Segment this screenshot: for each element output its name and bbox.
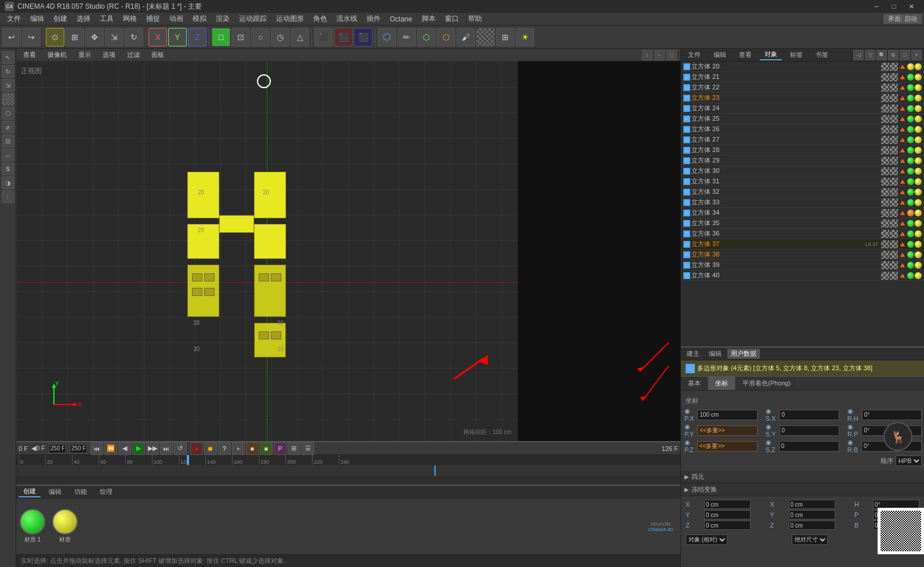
menu-mograph[interactable]: 运动图形 [271, 13, 309, 25]
vp-ctrl-1[interactable]: ↕ [642, 50, 653, 60]
mat-tab-edit[interactable]: 编辑 [44, 487, 66, 497]
cs2-sz-input[interactable] [789, 521, 835, 530]
menu-select[interactable]: 选择 [72, 13, 95, 25]
obj-row-31[interactable]: □ 立方体 31 [681, 176, 924, 187]
sz-input[interactable] [779, 441, 839, 452]
menu-create[interactable]: 创建 [49, 13, 72, 25]
panel-ctrl-search[interactable]: 🔍 [876, 50, 887, 60]
section-frozen[interactable]: ▶ 冻结变换 [681, 483, 924, 496]
redo-button[interactable]: ↪ [22, 28, 41, 46]
obj-row-24[interactable]: □ 立方体 24 [681, 103, 924, 114]
menu-edit[interactable]: 编辑 [26, 13, 49, 25]
frame-end-input[interactable] [49, 444, 66, 453]
coord-mode-select[interactable]: 对象 (相对) [686, 535, 727, 545]
transport-key1[interactable]: + [232, 442, 245, 455]
obj-row-30[interactable]: □ 立方体 30 [681, 166, 924, 176]
axis-z-button[interactable]: Z [188, 28, 206, 46]
transport-prev[interactable]: ◀ [118, 442, 131, 455]
props-tab-basic[interactable]: 建主 [683, 349, 703, 359]
tool2-button[interactable]: ○ [251, 28, 270, 46]
menu-animate[interactable]: 动画 [165, 13, 188, 25]
transport-key3[interactable]: ■ [260, 442, 273, 455]
obj-row-37[interactable]: □ 立方体 37 LIt 37 [681, 239, 924, 250]
obj-row-28[interactable]: □ 立方体 28 [681, 145, 924, 156]
obj-row-23[interactable]: □ 立方体 23 [681, 93, 924, 103]
panel-ctrl-add[interactable]: + [911, 50, 922, 60]
props-tab-edit2[interactable]: 编辑 [705, 349, 725, 359]
tool-scale[interactable]: ⇲ [2, 79, 15, 92]
pz-input[interactable] [697, 441, 758, 452]
obj-row-32[interactable]: □ 立方体 32 [681, 187, 924, 197]
timeline-track[interactable] [16, 465, 680, 476]
transport-help[interactable]: ? [218, 442, 231, 455]
cs2-sx-input[interactable] [789, 500, 835, 509]
spline-button[interactable]: ⬡ [417, 28, 436, 46]
cs2-x-input[interactable] [704, 500, 751, 509]
tool-poly[interactable]: ⬡ [2, 107, 15, 120]
obj-tab-edit[interactable]: 编辑 [709, 50, 731, 60]
paint-button[interactable]: 🖌 [456, 28, 475, 46]
axis-y-button[interactable]: Y [168, 28, 187, 46]
tool-sculpt[interactable]: ◑ [2, 176, 15, 189]
move-button[interactable]: ✥ [85, 28, 104, 46]
transport-mode[interactable]: ⏺ [204, 442, 217, 455]
vp-menu-camera[interactable]: 摄像机 [44, 50, 70, 60]
mat-tab-create[interactable]: 创建 [19, 486, 41, 497]
menu-pipeline[interactable]: 流水线 [332, 13, 362, 25]
deform-button[interactable]: ⬡ [437, 28, 455, 46]
obj-row-22[interactable]: □ 立方体 22 [681, 82, 924, 93]
vp-menu-options[interactable]: 选项 [99, 50, 119, 60]
interface-button[interactable]: 界面: 启动 [883, 14, 922, 24]
tool4-button[interactable]: △ [291, 28, 309, 46]
props-tab-jieben[interactable]: 基本 [681, 377, 708, 390]
obj-tab-tags[interactable]: 标签 [785, 50, 807, 60]
frame-max-input[interactable] [70, 444, 87, 453]
transport-key2[interactable]: ■ [246, 442, 259, 455]
vp-ctrl-3[interactable]: □ [666, 50, 677, 60]
panel-ctrl-expand[interactable]: □ [900, 50, 910, 60]
tool-extrude[interactable]: ⊟ [2, 135, 15, 147]
menu-octane[interactable]: Octane [385, 14, 417, 24]
obj-row-26[interactable]: □ 立方体 26 [681, 124, 924, 135]
scale-button[interactable]: ⇲ [105, 28, 124, 46]
sy-input[interactable] [780, 425, 840, 436]
transport-begin[interactable]: ⏮ [90, 442, 103, 455]
maximize-button[interactable]: □ [886, 0, 902, 13]
obj-row-21[interactable]: □ 立方体 21 [681, 72, 924, 82]
menu-simulate[interactable]: 模拟 [188, 13, 211, 25]
transport-play[interactable]: ▶ [132, 442, 145, 455]
cs2-z-input[interactable] [704, 521, 751, 530]
obj-row-35[interactable]: □ 立方体 35 [681, 218, 924, 229]
window-controls[interactable]: ─ □ ✕ [868, 0, 919, 13]
obj-row-39[interactable]: □ 立方体 39 [681, 260, 924, 270]
panel-ctrl-2[interactable]: ▽ [865, 50, 875, 60]
tool-dots[interactable]: ⋮ [2, 190, 15, 203]
vp-menu-display[interactable]: 显示 [75, 50, 95, 60]
menu-character[interactable]: 角色 [309, 13, 332, 25]
rh-input[interactable] [862, 410, 922, 420]
vp-menu-view[interactable]: 查看 [20, 50, 39, 60]
material-item-1[interactable]: 材质 1 [19, 509, 46, 544]
props-tab-coords[interactable]: 坐标 [708, 377, 735, 390]
cs2-sy-input[interactable] [789, 510, 835, 519]
undo-button[interactable]: ↩ [2, 28, 21, 46]
tool-spline2[interactable]: ⌓ [2, 149, 15, 161]
cs2-y-input[interactable] [704, 510, 751, 519]
obj-tab-objects[interactable]: 对象 [760, 49, 782, 60]
material-item-2[interactable]: 材质 [51, 509, 79, 544]
vp-menu-filter[interactable]: 过滤 [124, 50, 143, 60]
props-tab-user[interactable]: 用户数据 [727, 349, 760, 359]
transport-key6[interactable]: ☰ [302, 442, 314, 455]
obj-row-27[interactable]: □ 立方体 27 [681, 135, 924, 145]
cube-button[interactable]: ⬡ [378, 28, 396, 46]
menu-script[interactable]: 脚本 [417, 13, 440, 25]
axis-x-button[interactable]: X [148, 28, 167, 46]
keyframe3-button[interactable]: ⬛ [354, 28, 372, 46]
obj-row-25[interactable]: □ 立方体 25 [681, 114, 924, 124]
py-input[interactable] [697, 425, 758, 436]
obj-row-40[interactable]: □ 立方体 40 [681, 270, 924, 281]
coord-size-select[interactable]: 绝对尺寸 [792, 535, 828, 545]
section-siyuan[interactable]: ▶ 四元 [681, 471, 924, 483]
menu-window[interactable]: 窗口 [440, 13, 463, 25]
props-tab-phong[interactable]: 平滑着色(Phong) [735, 377, 798, 390]
